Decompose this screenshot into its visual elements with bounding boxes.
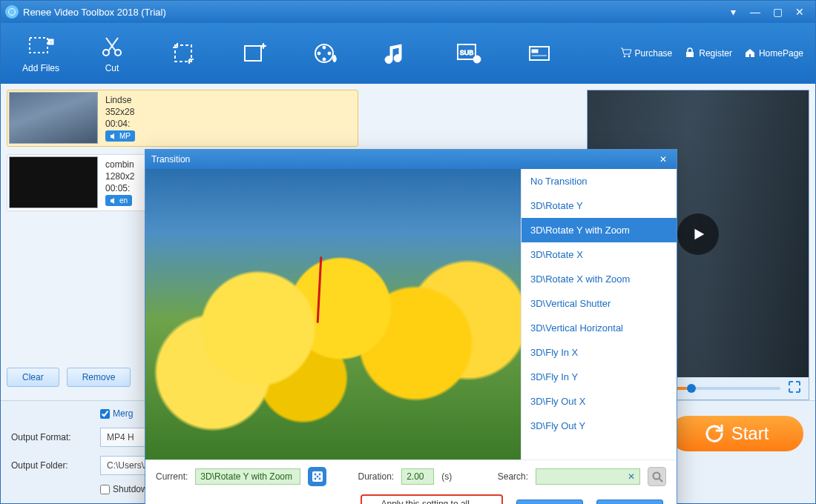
clear-search-icon[interactable]: ✕ [623, 471, 639, 482]
remove-button[interactable]: Remove [67, 368, 131, 387]
purchase-link[interactable]: Purchase [616, 44, 677, 64]
add-files-button[interactable]: ▾ Add Files [5, 25, 76, 82]
settings-button[interactable] [504, 25, 575, 82]
duration-label: Duration: [358, 471, 394, 482]
dialog-title: Transition [151, 154, 190, 165]
transition-item[interactable]: 3D\Rotate Y with Zoom [521, 218, 677, 242]
ok-button[interactable]: OK [516, 500, 583, 504]
transition-dialog: Transition ✕ No Transition3D\Rotate Y3D\… [145, 149, 677, 504]
thumbnail [9, 92, 98, 144]
random-button[interactable] [308, 467, 326, 486]
svg-point-26 [314, 477, 316, 480]
subtitle-button[interactable]: SUBT [432, 25, 504, 82]
svg-text:▾: ▾ [50, 39, 53, 44]
cart-icon [620, 47, 632, 61]
register-link[interactable]: Register [680, 44, 737, 64]
music-note-icon [384, 40, 410, 67]
transition-item[interactable]: 3D\Fly Out Y [521, 414, 677, 438]
dialog-close-button[interactable]: ✕ [656, 154, 671, 165]
transition-item[interactable]: 3D\Fly In X [521, 340, 677, 365]
file-resolution: 352x28 [105, 107, 135, 117]
dialog-controls: Current: 3D\Rotate Y with Zoom Duration:… [145, 460, 677, 492]
play-button[interactable] [677, 213, 719, 255]
crop-button[interactable] [148, 25, 219, 82]
file-duration: 00:04: [105, 119, 135, 129]
dialog-titlebar: Transition ✕ [145, 150, 677, 169]
svg-point-27 [318, 477, 320, 480]
transition-item[interactable]: 3D\Rotate Y [521, 193, 677, 218]
svg-point-10 [328, 52, 331, 55]
dialog-footer: Apply this setting to all videos OK Canc… [145, 492, 677, 504]
search-input[interactable]: ✕ [536, 468, 640, 485]
start-label: Start [731, 423, 769, 444]
reel-drop-icon [312, 40, 339, 67]
maximize-button[interactable]: ▢ [766, 1, 789, 23]
dropdown-icon[interactable]: ▾ [722, 1, 744, 23]
clear-button[interactable]: Clear [7, 368, 59, 387]
music-button[interactable] [361, 25, 432, 82]
file-name: combin [105, 159, 134, 170]
preview-image [145, 169, 521, 460]
transition-item[interactable]: 3D\Rotate X [521, 242, 677, 267]
card-icon [526, 40, 553, 67]
purchase-label: Purchase [635, 48, 673, 59]
svg-point-20 [628, 55, 630, 57]
svg-point-11 [323, 58, 326, 61]
effects-button[interactable] [219, 25, 290, 82]
file-info: combin 1280x2 00:05: en [105, 156, 134, 209]
svg-point-24 [318, 473, 320, 475]
cancel-button[interactable]: Cancel [596, 500, 663, 504]
scissors-icon [99, 33, 125, 60]
apply-all-label: Apply this setting to all videos [381, 499, 494, 504]
homepage-label: HomePage [759, 48, 803, 59]
start-button[interactable]: Start [670, 416, 803, 451]
svg-rect-16 [530, 47, 549, 60]
svg-point-23 [314, 473, 316, 475]
format-badge[interactable]: MP [105, 130, 135, 142]
file-item[interactable]: Lindse 352x28 00:04: MP [7, 90, 358, 147]
titlebar: Renee Video Toolbox 2018 (Trial) ▾ — ▢ ✕ [1, 1, 815, 23]
register-label: Register [699, 48, 732, 59]
format-badge[interactable]: en [105, 195, 132, 206]
film-sparkle-icon [241, 40, 268, 67]
transition-item[interactable]: 3D\Vertical Shutter [521, 291, 677, 316]
duration-unit: (s) [441, 471, 452, 482]
play-icon [690, 226, 706, 242]
search-button[interactable] [648, 467, 666, 486]
transition-item[interactable]: 3D\Rotate X with Zoom [521, 267, 677, 291]
workarea: Lindse 352x28 00:04: MP combin 1280x2 00… [1, 84, 815, 400]
file-info: Lindse 352x28 00:04: MP [105, 92, 135, 145]
svg-point-28 [653, 472, 659, 479]
fullscreen-icon[interactable] [788, 380, 801, 397]
home-icon [744, 47, 756, 61]
transition-item[interactable]: 3D\Vertical Horizontal [521, 316, 677, 340]
file-duration: 00:05: [105, 183, 134, 193]
add-files-label: Add Files [22, 63, 59, 73]
duration-field[interactable]: 2.00 [401, 468, 434, 485]
crop-icon [170, 40, 197, 67]
close-button[interactable]: ✕ [789, 1, 811, 23]
speaker-icon [110, 197, 117, 205]
file-resolution: 1280x2 [105, 171, 134, 182]
transition-list[interactable]: No Transition3D\Rotate Y3D\Rotate Y with… [521, 169, 677, 460]
transition-item[interactable]: 3D\Fly Out X [521, 389, 677, 414]
search-label: Search: [498, 471, 528, 482]
svg-rect-6 [245, 46, 261, 61]
current-field[interactable]: 3D\Rotate Y with Zoom [195, 468, 300, 485]
merge-label: Merg [113, 408, 133, 419]
main-toolbar: ▾ Add Files Cut SUBT [1, 23, 815, 84]
current-label: Current: [156, 471, 188, 482]
search-icon [651, 471, 663, 483]
watermark-button[interactable] [290, 25, 361, 82]
refresh-icon [705, 424, 724, 443]
main-window: Renee Video Toolbox 2018 (Trial) ▾ — ▢ ✕… [0, 0, 816, 504]
apply-all-checkbox[interactable]: Apply this setting to all videos [361, 494, 503, 504]
transition-item[interactable]: 3D\Fly In Y [521, 365, 677, 389]
homepage-link[interactable]: HomePage [740, 44, 808, 64]
cut-button[interactable]: Cut [76, 25, 148, 82]
svg-text:SUB: SUB [460, 49, 474, 56]
minimize-button[interactable]: — [744, 1, 766, 23]
file-name: Lindse [105, 95, 135, 105]
app-logo-icon [5, 5, 19, 19]
transition-item[interactable]: No Transition [521, 169, 677, 193]
